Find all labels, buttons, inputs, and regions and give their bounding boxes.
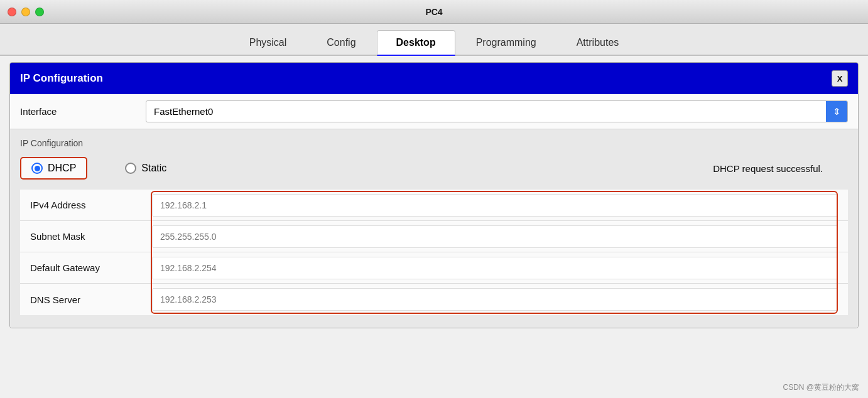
- dns-label: DNS Server: [20, 294, 152, 305]
- static-radio-icon: [125, 163, 136, 174]
- main-content: IP Configuration X Interface FastEtherne…: [0, 56, 868, 398]
- watermark: CSDN @黄豆粉的大窝: [783, 382, 859, 393]
- gateway-label: Default Gateway: [20, 262, 152, 273]
- tab-physical[interactable]: Physical: [230, 30, 307, 55]
- ipv4-input[interactable]: [152, 194, 838, 217]
- dns-input-wrapper: [152, 286, 848, 313]
- tab-config[interactable]: Config: [307, 30, 375, 55]
- subnet-label: Subnet Mask: [20, 231, 152, 242]
- panel-header: IP Configuration X: [10, 63, 858, 94]
- ipv4-row: IPv4 Address: [20, 190, 848, 221]
- interface-dropdown-arrow-icon[interactable]: ⇕: [826, 101, 847, 122]
- panel-title: IP Configuration: [20, 72, 103, 85]
- ip-config-panel: IP Configuration X Interface FastEtherne…: [9, 62, 859, 328]
- subnet-row: Subnet Mask: [20, 221, 848, 252]
- dhcp-radio-option[interactable]: DHCP: [20, 157, 87, 180]
- dns-row: DNS Server: [20, 284, 848, 315]
- tab-bar: Physical Config Desktop Programming Attr…: [0, 24, 868, 56]
- tab-programming[interactable]: Programming: [457, 30, 556, 55]
- title-bar: PC4: [0, 0, 868, 24]
- static-label: Static: [141, 163, 166, 174]
- radio-row: DHCP Static DHCP request successful.: [20, 157, 848, 180]
- tab-desktop[interactable]: Desktop: [377, 30, 455, 56]
- interface-section: Interface FastEthernet0 ⇕: [10, 94, 858, 129]
- dns-input[interactable]: [152, 288, 838, 311]
- dhcp-radio-icon: [31, 163, 43, 174]
- panel-close-button[interactable]: X: [832, 70, 848, 87]
- minimize-dot[interactable]: [21, 8, 30, 16]
- maximize-dot[interactable]: [35, 8, 44, 16]
- gateway-input-wrapper: [152, 254, 848, 282]
- tab-attributes[interactable]: Attributes: [557, 30, 639, 55]
- subnet-input[interactable]: [152, 225, 838, 248]
- subnet-input-wrapper: [152, 223, 848, 250]
- static-radio-option[interactable]: Static: [125, 163, 166, 174]
- interface-label: Interface: [20, 106, 146, 117]
- gateway-row: Default Gateway: [20, 252, 848, 284]
- main-window: PC4 Physical Config Desktop Programming …: [0, 0, 868, 398]
- interface-dropdown[interactable]: FastEthernet0 ⇕: [146, 100, 848, 122]
- ipv4-input-wrapper: [152, 191, 848, 219]
- dhcp-label: DHCP: [48, 163, 76, 174]
- gateway-input[interactable]: [152, 257, 838, 279]
- close-dot[interactable]: [8, 8, 16, 16]
- traffic-lights: [8, 8, 44, 16]
- dhcp-success-message: DHCP request successful.: [713, 163, 848, 174]
- dhcp-radio-filled: [35, 166, 40, 171]
- fields-grid: IPv4 Address Subnet Mask D: [20, 190, 848, 315]
- config-section: IP Configuration DHCP Static DHCP reques…: [10, 129, 858, 328]
- ipv4-label: IPv4 Address: [20, 200, 152, 210]
- interface-value: FastEthernet0: [146, 101, 826, 122]
- config-section-label: IP Configuration: [20, 138, 848, 148]
- window-title: PC4: [425, 7, 442, 17]
